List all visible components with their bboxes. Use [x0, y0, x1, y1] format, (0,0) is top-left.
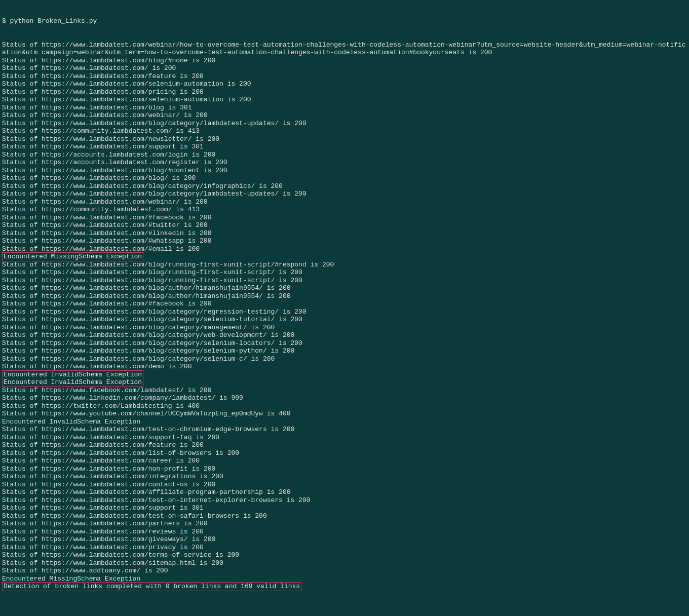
output-line: Status of https://www.lambdatest.com/dem… [2, 363, 689, 371]
output-line: Status of https://www.lambdatest.com/sit… [2, 559, 689, 567]
output-line: Status of https://www.lambdatest.com/blo… [2, 190, 689, 198]
output-line: Status of https://www.lambdatest.com/blo… [2, 316, 689, 324]
output-line: Status of https://www.lambdatest.com/tes… [2, 426, 689, 434]
output-line: Status of https://www.lambdatest.com/aff… [2, 488, 689, 496]
output-line: Status of https://www.lambdatest.com/blo… [2, 174, 689, 182]
output-line: Encountered InvalidSchema Exception [2, 418, 689, 426]
output-line: Status of https://www.lambdatest.com/tes… [2, 512, 689, 520]
output-line: Status of https://www.lambdatest.com/blo… [2, 324, 689, 332]
output-line: Status of https://www.lambdatest.com/blo… [2, 104, 689, 112]
output-line: Status of https://www.lambdatest.com/blo… [2, 268, 689, 277]
output-line: Status of https://accounts.lambdatest.co… [2, 151, 689, 159]
output-line: Status of https://www.lambdatest.com/web… [2, 111, 689, 120]
output-line: Encountered MissingSchema Exception [2, 575, 689, 583]
command-line: $ python Broken_Links.py [2, 17, 689, 25]
output-line: Status of https://community.lambdatest.c… [2, 206, 689, 214]
output-line: Status of https://www.lambdatest.com/int… [2, 473, 689, 481]
output-line: Status of https://www.lambdatest.com/web… [2, 198, 689, 206]
output-line: Status of https://www.lambdatest.com/blo… [2, 292, 689, 300]
output-line: Status of https://www.lambdatest.com/blo… [2, 167, 689, 175]
output-line: Status of https://www.facebook.com/lambd… [2, 387, 689, 395]
output-line: Status of https://www.lambdatest.com/con… [2, 481, 689, 489]
output-line: Status of https://www.lambdatest.com/sup… [2, 504, 689, 512]
output-line: Status of https://www.lambdatest.com/new… [2, 135, 689, 143]
output-line: Status of https://www.lambdatest.com/tes… [2, 496, 689, 505]
output-line: Status of https://www.youtube.com/channe… [2, 410, 689, 418]
output-line: Status of https://www.lambdatest.com/#fa… [2, 300, 689, 308]
output-line: Status of https://www.lambdatest.com/blo… [2, 347, 689, 355]
output-line: Status of https://www.lambdatest.com/blo… [2, 277, 689, 285]
output-line: Status of https://www.lambdatest.com/#li… [2, 229, 689, 238]
output-line: Status of https://community.lambdatest.c… [2, 127, 689, 135]
output-line: Status of https://twitter.com/Lambdatest… [2, 402, 689, 410]
output-line: Status of https://www.lambdatest.com/blo… [2, 331, 689, 339]
highlighted-message: Encountered MissingSchema Exception [2, 253, 689, 261]
output-line: Status of https://www.lambdatest.com/par… [2, 520, 689, 528]
output-line: Status of https://www.lambdatest.com/blo… [2, 355, 689, 363]
output-line: Status of https://www.linkedin.com/compa… [2, 394, 689, 402]
output-line: Status of https://www.lambdatest.com/car… [2, 457, 689, 465]
output-line: Status of https://www.lambdatest.com/blo… [2, 308, 689, 316]
output-line: Status of https://www.lambdatest.com/pri… [2, 88, 689, 96]
output-line: Status of https://www.lambdatest.com/giv… [2, 535, 689, 544]
output-line: Status of https://www.lambdatest.com/sel… [2, 96, 689, 104]
highlighted-message: Encountered InvalidSchema Exception Enco… [2, 371, 689, 387]
terminal-output[interactable]: $ python Broken_Links.py Status of https… [0, 0, 689, 616]
output-line: Status of https://www.lambdatest.com/web… [2, 41, 689, 57]
output-line: Status of https://www.lambdatest.com/blo… [2, 261, 689, 269]
output-line: Status of https://www.lambdatest.com/sel… [2, 80, 689, 88]
output-line: Status of https://www.lambdatest.com/blo… [2, 120, 689, 128]
output-line: Status of https://www.lambdatest.com/sup… [2, 143, 689, 151]
output-line: Status of https://www.lambdatest.com/blo… [2, 284, 689, 292]
output-line: Status of https://www.lambdatest.com/blo… [2, 182, 689, 190]
output-line: Status of https://www.lambdatest.com/#tw… [2, 221, 689, 229]
output-line: Status of https://www.addtoany.com/ is 2… [2, 567, 689, 575]
output-line: Status of https://www.lambdatest.com/#wh… [2, 237, 689, 245]
output-line: Status of https://www.lambdatest.com/fea… [2, 72, 689, 81]
highlighted-message: Detection of broken links completed with… [2, 583, 689, 591]
output-line: Status of https://www.lambdatest.com/blo… [2, 57, 689, 65]
output-line: Status of https://www.lambdatest.com/non… [2, 465, 689, 473]
output-line: Status of https://www.lambdatest.com/lis… [2, 449, 689, 457]
output-line: Status of https://www.lambdatest.com/pri… [2, 544, 689, 552]
output-line: Status of https://www.lambdatest.com/blo… [2, 339, 689, 348]
output-line: Status of https://www.lambdatest.com/#fa… [2, 214, 689, 222]
output-line: Status of https://www.lambdatest.com/#em… [2, 245, 689, 253]
output-line: Status of https://www.lambdatest.com/ is… [2, 64, 689, 72]
output-line: Status of https://www.lambdatest.com/fea… [2, 441, 689, 449]
output-line: Status of https://www.lambdatest.com/ter… [2, 551, 689, 559]
output-line: Status of https://www.lambdatest.com/rev… [2, 528, 689, 536]
output-lines: Status of https://www.lambdatest.com/web… [2, 41, 689, 591]
output-line: Status of https://www.lambdatest.com/sup… [2, 434, 689, 442]
output-line: Status of https://accounts.lambdatest.co… [2, 159, 689, 167]
